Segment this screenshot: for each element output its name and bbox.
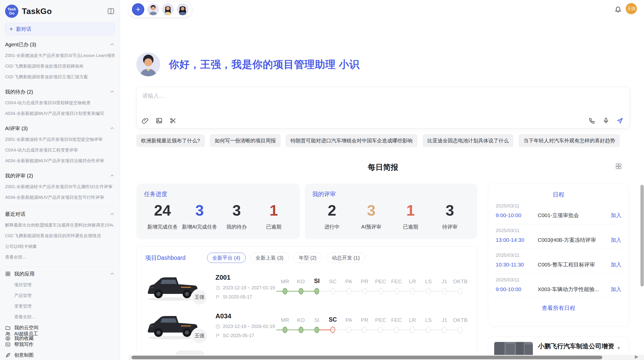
- dashboard-tab[interactable]: 全新平台 (4): [207, 253, 246, 263]
- apps-grid-icon: [5, 271, 11, 277]
- logo-row: Task Go TaskGo: [5, 4, 115, 18]
- milestone-dot: [378, 327, 383, 333]
- microphone-icon[interactable]: [603, 117, 609, 124]
- dashboard-tab[interactable]: 全新上装 (3): [250, 253, 289, 263]
- milestone: MR: [277, 276, 293, 295]
- my-apps-label: 我的应用: [14, 271, 35, 277]
- group-header-my-todo[interactable]: 我的待办 (2): [5, 86, 115, 98]
- milestone-dot: [458, 288, 463, 294]
- sidebar-chat-item[interactable]: 解释最新出台的欧盟报废车法规再生塑料比例被调至15%...: [5, 220, 115, 231]
- group-header-ai-review[interactable]: AI评审 (3): [5, 123, 115, 134]
- join-button[interactable]: 加入: [611, 236, 621, 244]
- milestone-label: LR: [409, 276, 416, 284]
- layout-grid-icon[interactable]: [615, 163, 622, 170]
- add-agent-button[interactable]: +: [132, 3, 144, 16]
- schedule-card: 日程 2025/03/11 9:00-10:00 C001-立项审批会 加入 2…: [488, 184, 629, 326]
- chevron-up-icon[interactable]: [110, 42, 115, 47]
- sidebar-item-help-write[interactable]: 帮我写作: [5, 339, 115, 350]
- sidebar-chat-item[interactable]: Z001-全新燃油轻卡产品开发项目SI节点属性5D文件评审: [5, 182, 115, 192]
- milestone-dot: [442, 288, 447, 294]
- schedule-item[interactable]: 2025/03/11 10:30-11:30 C005-整车工程目标评审 加入: [496, 249, 621, 274]
- sidebar-chat-item[interactable]: 公司Q3轻卡销量: [5, 241, 115, 252]
- chevron-up-icon[interactable]: [110, 89, 115, 94]
- image-icon[interactable]: [156, 117, 163, 124]
- project-flag-milestone: SI-2025-05-17: [215, 294, 277, 300]
- join-button[interactable]: 加入: [611, 212, 621, 219]
- group-header-my-review[interactable]: 我的评审 (2): [5, 170, 115, 182]
- sidebar-chat-item[interactable]: C02-飞腾新能源轻客改款项目立项汇报方案: [5, 72, 115, 82]
- project-row[interactable]: 王强 Z001 2023-12-19 ~ 2027-01-19 SI-2025-…: [145, 272, 468, 302]
- sidebar-chat-item[interactable]: C0X4-动力总成开发项目工程变更评审: [5, 145, 115, 156]
- sidebar-chat-item[interactable]: C0X4-动力总成开发项目SI里程碑提交物检查: [5, 98, 115, 108]
- sidebar-app-item[interactable]: 产品管理: [14, 290, 115, 301]
- scroll-right-icon[interactable]: ▶: [635, 354, 638, 359]
- agent-avatar-3[interactable]: [177, 4, 188, 15]
- milestone: FEC: [389, 276, 405, 295]
- sidebar-chat-item[interactable]: A034-全新新能源MUV产品开发项目造型可行性评审: [5, 192, 115, 203]
- logo-text-top: Task: [7, 7, 16, 11]
- dashboard-tab[interactable]: 动总开发 (1): [327, 253, 365, 263]
- chevron-up-icon[interactable]: [110, 212, 115, 217]
- suggestion-chip[interactable]: 欧洲新规最近颁布了什么?: [136, 134, 205, 147]
- sidebar-chat-item[interactable]: A034-全新新能源MUV产品开发项目法规符合性评审: [5, 156, 115, 166]
- suggestion-chip[interactable]: 比亚迪全固态电池计划具体说了什么: [422, 134, 514, 147]
- sidebar-chat-item[interactable]: C02-飞腾新能源轻客改款项目的闭环通告反馈情况: [5, 231, 115, 241]
- group-title: 我的评审 (2): [5, 172, 33, 179]
- my-apps-header[interactable]: 我的应用: [5, 268, 115, 280]
- agent-avatar-1[interactable]: [147, 4, 159, 15]
- milestone-label: SI: [314, 276, 320, 284]
- attachment-icon[interactable]: [142, 117, 149, 124]
- chevron-up-icon[interactable]: [110, 173, 115, 178]
- sidebar-app-item[interactable]: 变更管理: [14, 301, 115, 312]
- group-header-recent[interactable]: 最近对话: [5, 208, 115, 220]
- group-header-agent-done[interactable]: Agent已办 (3): [5, 39, 115, 50]
- dashboard-tab[interactable]: 年型 (2): [294, 253, 322, 263]
- sidebar-item-ai-staff[interactable]: AI超级员工: [5, 328, 115, 339]
- project-info: A034 2023-12-19 ~ 2026-01-19 SC-2025-05-…: [204, 312, 277, 338]
- vertical-scrollbar[interactable]: [640, 185, 644, 287]
- chevron-up-icon[interactable]: [110, 271, 115, 276]
- schedule-item[interactable]: 2025/03/11 9:00-10:00 C001-立项审批会 加入: [496, 200, 621, 224]
- horizontal-scrollbar[interactable]: [131, 356, 602, 359]
- view-all-schedule-link[interactable]: 查看所有日程: [496, 298, 621, 312]
- project-flag-label: SC-2025-05-17: [223, 333, 254, 338]
- taskgo-logo: Task Go: [5, 5, 18, 18]
- sidebar-chat-item[interactable]: 查看全部...: [5, 252, 115, 263]
- chevron-up-icon[interactable]: [110, 126, 115, 131]
- sidebar-chat-item[interactable]: Z001-全新燃油轻卡产品开发项目SI造型提交物评审: [5, 134, 115, 145]
- sidebar-chat-item[interactable]: Z001-全新燃油皮卡产品开发项目SI节点Lesson Learn报告: [5, 50, 115, 61]
- sidebar-app-item[interactable]: 项目管理: [14, 280, 115, 290]
- sidebar-app-item[interactable]: 查看全部...: [14, 312, 115, 322]
- sidebar-chat-item[interactable]: A034-全新新能源MUV产品开发项目计划变更表编写: [5, 108, 115, 119]
- scroll-down-icon[interactable]: ▼: [617, 346, 621, 351]
- group-title: Agent已办 (3): [5, 41, 36, 48]
- suggestion-chip[interactable]: 如何写一份清晰的项目周报: [210, 134, 281, 147]
- send-icon[interactable]: [617, 117, 623, 124]
- scissors-icon[interactable]: [170, 117, 177, 124]
- agent-avatar-2[interactable]: [162, 4, 174, 15]
- sidebar-item-creative-draw[interactable]: 创意制图: [5, 350, 115, 360]
- project-dates: 2023-12-19 ~ 2027-01-19: [215, 285, 277, 291]
- user-avatar[interactable]: 王强: [626, 3, 637, 14]
- phone-icon[interactable]: [589, 117, 595, 124]
- milestone: KO: [293, 314, 309, 334]
- project-row[interactable]: 王强 A034 2023-12-19 ~ 2026-01-19 SC-2025-…: [145, 310, 468, 340]
- sidebar-chat-item[interactable]: C02-飞腾新能源轻客改款项目里程碑画布: [5, 61, 115, 72]
- stat: 2 进行中: [312, 202, 352, 230]
- plus-icon: +: [9, 26, 13, 32]
- new-chat-button[interactable]: + 新对话: [5, 23, 115, 35]
- project-flag-label: SI-2025-05-17: [223, 294, 252, 300]
- schedule-time: 9:00-10:00: [496, 286, 538, 292]
- notification-bell-icon[interactable]: [614, 6, 622, 13]
- join-button[interactable]: 加入: [611, 286, 621, 293]
- schedule-item[interactable]: 2025/03/11 13:00-14:30 C003|H0B-方案冻结评审 加…: [496, 224, 621, 249]
- schedule-name: C001-立项审批会: [538, 212, 611, 219]
- app-title: TaskGo: [22, 7, 52, 16]
- chat-input[interactable]: [142, 93, 524, 99]
- schedule-item[interactable]: 2025/03/11 9:00-10:00 X003-车辆动力学性能验... 加…: [496, 274, 621, 298]
- suggestion-chip[interactable]: 当下年轻人对汽车外观有怎样的喜好趋势: [519, 134, 620, 147]
- collapse-sidebar-icon[interactable]: [107, 7, 115, 15]
- join-button[interactable]: 加入: [611, 261, 621, 268]
- suggestion-chip[interactable]: 特朗普可能对进口汽车增税会对中国车企造成哪些影响: [286, 134, 417, 147]
- group-title: AI评审 (3): [5, 125, 28, 132]
